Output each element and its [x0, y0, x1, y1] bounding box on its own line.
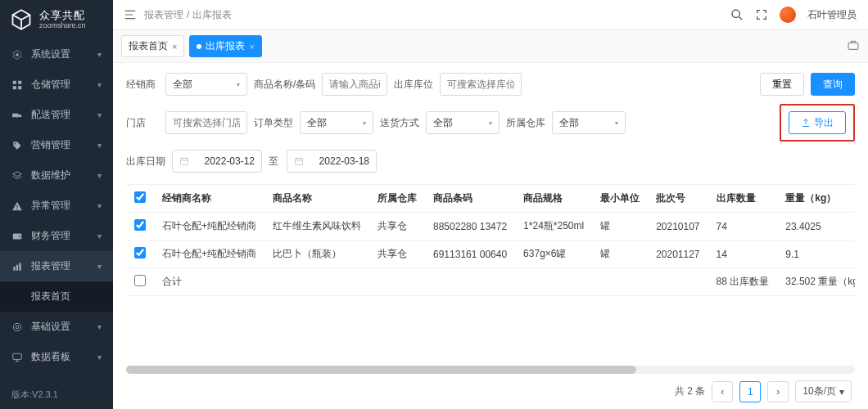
svg-rect-10 [16, 208, 17, 209]
table-header: 所属仓库 [369, 185, 425, 213]
menu-toggle-icon[interactable] [124, 10, 136, 20]
sidebar-item-exception[interactable]: 异常管理▾ [0, 191, 113, 221]
toolbox-icon[interactable] [847, 38, 860, 52]
sidebar-item-dashboard[interactable]: 数据看板▾ [0, 342, 113, 372]
close-icon[interactable]: × [172, 42, 177, 52]
wh-label: 所属仓库 [506, 116, 545, 130]
dealer-select[interactable]: 全部▾ [165, 73, 247, 96]
ship-label: 送货方式 [380, 116, 419, 130]
close-icon[interactable]: × [249, 42, 254, 52]
svg-point-19 [732, 10, 739, 17]
gear-icon [11, 49, 23, 61]
tab-outbound-report[interactable]: 出库报表× [189, 35, 261, 57]
chevron-down-icon: ▾ [237, 81, 240, 88]
product-input[interactable] [322, 73, 387, 96]
date-to-input[interactable]: 2022-03-18 [287, 150, 377, 173]
fullscreen-icon[interactable] [755, 8, 768, 21]
svg-rect-22 [296, 159, 303, 165]
export-button[interactable]: 导出 [789, 111, 846, 134]
chevron-down-icon: ▾ [97, 322, 102, 331]
brand-logo: 众享共配 zoomshare.cn [0, 0, 113, 39]
pager-page-1[interactable]: 1 [739, 381, 761, 402]
sidebar-item-delivery[interactable]: 配送管理▾ [0, 100, 113, 130]
wh-select[interactable]: 全部▾ [552, 111, 626, 134]
table-header: 出库数量 [708, 185, 778, 213]
svg-rect-1 [13, 80, 16, 83]
chevron-down-icon: ▾ [615, 119, 618, 127]
sidebar-sub-report-home[interactable]: 报表首页 [0, 281, 113, 312]
table-header: 商品规格 [515, 185, 592, 213]
sidebar-item-data[interactable]: 数据维护▾ [0, 160, 113, 191]
page-size-select[interactable]: 10条/页▾ [795, 380, 852, 402]
row-checkbox[interactable] [134, 275, 146, 286]
svg-rect-15 [19, 263, 20, 270]
dot-icon [197, 44, 201, 49]
svg-point-7 [19, 117, 20, 119]
row-checkbox[interactable] [134, 247, 146, 258]
layers-icon [11, 170, 23, 182]
row-checkbox[interactable] [134, 219, 146, 231]
table-row[interactable]: 石叶仓配+纯配经销商红牛维生素风味饮料共享仓88502280 134721*24… [126, 213, 855, 240]
cube-icon [10, 8, 33, 31]
chevron-down-icon: ▾ [97, 80, 102, 89]
table-header: 商品条码 [425, 185, 515, 213]
sidebar-item-report[interactable]: 报表管理▾ [0, 251, 113, 281]
chevron-down-icon: ▾ [97, 171, 102, 180]
truck-icon [11, 110, 23, 121]
version-label: 版本:V2.3.1 [0, 380, 113, 409]
store-input[interactable] [165, 111, 247, 134]
svg-point-17 [16, 326, 19, 329]
pager-next[interactable]: › [767, 381, 789, 402]
chevron-down-icon: ▾ [97, 353, 102, 362]
pager-prev[interactable]: ‹ [712, 381, 733, 402]
order-type-select[interactable]: 全部▾ [300, 111, 373, 134]
horizontal-scrollbar[interactable] [126, 366, 855, 374]
chevron-down-icon: ▾ [97, 50, 102, 59]
svg-point-12 [19, 236, 20, 237]
table-header: 批次号 [648, 185, 708, 213]
date-label: 出库日期 [126, 155, 165, 169]
table-header: 最小单位 [592, 185, 648, 213]
svg-point-6 [14, 117, 16, 119]
sidebar-item-basic[interactable]: 基础设置▾ [0, 312, 113, 342]
query-button[interactable]: 查询 [811, 73, 855, 96]
svg-point-0 [16, 53, 19, 56]
reset-button[interactable]: 重置 [760, 73, 804, 96]
product-label: 商品名称/条码 [254, 78, 315, 92]
username[interactable]: 石叶管理员 [807, 8, 857, 22]
table-header: 经销商名称 [154, 185, 264, 213]
dealer-label: 经销商 [126, 78, 159, 92]
sidebar-item-system[interactable]: 系统设置▾ [0, 39, 113, 70]
date-mid: 至 [269, 155, 280, 169]
date-from-input[interactable]: 2022-03-12 [172, 150, 262, 173]
cog-icon [11, 321, 23, 333]
svg-rect-4 [18, 86, 21, 89]
chevron-down-icon: ▾ [97, 110, 102, 119]
avatar[interactable] [780, 7, 796, 23]
brand-cn: 众享共配 [39, 9, 86, 22]
tab-report-home[interactable]: 报表首页× [121, 35, 184, 57]
table-header: 重量（kg） [777, 185, 855, 213]
ship-select[interactable]: 全部▾ [426, 111, 500, 134]
wallet-icon [11, 231, 23, 242]
table-header: 商品名称 [264, 185, 369, 213]
search-icon[interactable] [730, 8, 744, 21]
svg-rect-3 [13, 86, 16, 89]
select-all-checkbox[interactable] [134, 191, 146, 203]
calendar-icon [294, 156, 304, 166]
sidebar-item-finance[interactable]: 财务管理▾ [0, 221, 113, 251]
sidebar-item-marketing[interactable]: 营销管理▾ [0, 130, 113, 160]
svg-point-8 [15, 142, 16, 144]
sidebar-item-warehouse[interactable]: 仓储管理▾ [0, 70, 113, 100]
outloc-input[interactable] [440, 73, 522, 96]
order-type-label: 订单类型 [254, 116, 293, 130]
table-total-row: 合计88 出库数量32.502 重量（kg）0.064890 体积（立方） [126, 268, 855, 296]
table-row[interactable]: 石叶仓配+纯配经销商比巴卜（瓶装）共享仓69113161 00640637g×6… [126, 240, 855, 268]
pager-total: 共 2 条 [675, 384, 705, 398]
data-table: 经销商名称商品名称所属仓库商品条码商品规格最小单位批次号出库数量重量（kg）体积… [126, 184, 855, 362]
store-label: 门店 [126, 116, 159, 130]
chart-icon [11, 261, 23, 272]
chevron-down-icon: ▾ [97, 141, 102, 150]
alert-icon [11, 200, 23, 212]
upload-icon [801, 118, 811, 128]
